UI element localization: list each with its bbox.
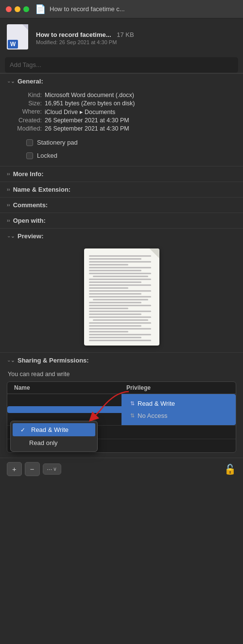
size-row: Size: 16,951 bytes (Zero bytes on disk): [7, 100, 236, 107]
permissions-table: Name Privilege ✓ Read & Write Read on: [7, 381, 236, 453]
file-info: How to record facetime... 17 KB Modified…: [36, 31, 236, 45]
permissions-rows: ✓ Read & Write Read only ⇅ Read & Write: [7, 394, 236, 452]
preview-line: [89, 331, 128, 332]
general-content: Kind: Microsoft Word document (.docx) Si…: [0, 89, 243, 166]
can-readwrite: You can read and write: [7, 371, 236, 378]
tags-field[interactable]: Add Tags...: [5, 57, 238, 73]
locked-label: Locked: [37, 152, 57, 159]
window-controls: [6, 6, 29, 12]
name-ext-chevron: ›: [7, 187, 10, 192]
bottom-toolbar: + − ··· ∨ 🔓: [0, 458, 243, 480]
more-info-chevron: ›: [7, 171, 10, 177]
word-badge: W: [8, 40, 18, 49]
preview-line: [89, 328, 151, 330]
preview-section-header[interactable]: ⌄ Preview:: [0, 228, 243, 244]
comments-chevron: ›: [7, 202, 10, 208]
add-button[interactable]: +: [7, 462, 22, 476]
preview-line: [89, 340, 151, 341]
dropdown-item-label: Read & Write: [31, 426, 69, 433]
preview-document: [84, 248, 159, 346]
open-with-section-header[interactable]: › Open with:: [0, 213, 243, 228]
size-label: Size:: [7, 100, 42, 107]
stationery-pad-checkbox[interactable]: [26, 139, 33, 146]
file-icon-doc: W: [7, 24, 28, 50]
remove-button[interactable]: −: [25, 462, 40, 476]
preview-line: [89, 322, 151, 324]
preview-line: [89, 308, 128, 309]
title-bar: 📄 How to record facetime c...: [0, 0, 243, 18]
where-row: Where: iCloud Drive ▸ Documents: [7, 108, 236, 116]
stationery-pad-row: Stationery pad: [26, 137, 236, 148]
preview-line: [89, 334, 151, 335]
preview-line: [89, 305, 151, 306]
created-row: Created: 26 September 2021 at 4:30 PM: [7, 117, 236, 124]
locked-checkbox[interactable]: [26, 152, 33, 159]
kind-value: Microsoft Word document (.docx): [45, 92, 134, 99]
privilege-cell-empty: [122, 429, 236, 436]
modified-label: Modified:: [7, 125, 42, 132]
more-info-label: More Info:: [13, 170, 44, 178]
preview-line: [89, 316, 151, 318]
preview-line: [93, 319, 149, 321]
preview-line: [93, 299, 149, 300]
general-label: General:: [17, 78, 43, 85]
preview-label: Preview:: [17, 232, 43, 240]
preview-line: [89, 270, 141, 271]
created-value: 26 September 2021 at 4:30 PM: [45, 117, 129, 124]
general-chevron: ⌄: [7, 79, 15, 84]
window-title: How to record facetime c...: [50, 5, 125, 13]
preview-line: [89, 311, 151, 312]
privilege-read-write-label: Read & Write: [138, 400, 175, 407]
sharing-label: Sharing & Permissions:: [17, 357, 89, 364]
preview-lines: [84, 248, 159, 345]
preview-line: [89, 261, 151, 263]
dropdown-item-label: Read only: [29, 439, 58, 446]
tags-placeholder: Add Tags...: [10, 61, 41, 68]
sharing-content: You can read and write Name Privilege ✓ …: [0, 368, 243, 453]
preview-line: [89, 287, 128, 289]
file-header: W How to record facetime... 17 KB Modifi…: [0, 18, 243, 57]
name-ext-section-header[interactable]: › Name & Extension:: [0, 182, 243, 197]
preview-line: [89, 302, 141, 303]
preview-line: [89, 325, 141, 327]
sharing-section-header[interactable]: ⌄ Sharing & Permissions:: [0, 352, 243, 368]
preview-line: [89, 267, 151, 268]
privilege-cell-selected[interactable]: ⇅ Read & Write ⇅ No Access: [122, 394, 236, 425]
preview-line: [93, 276, 149, 277]
comments-label: Comments:: [13, 201, 48, 209]
preview-line: [89, 296, 151, 297]
kind-label: Kind:: [7, 92, 42, 99]
close-button[interactable]: [6, 6, 12, 12]
file-icon-wrap: W: [7, 24, 30, 51]
file-name: How to record facetime...: [36, 31, 111, 38]
open-with-label: Open with:: [13, 217, 46, 224]
preview-line: [89, 281, 141, 283]
comments-section-header[interactable]: › Comments:: [0, 197, 243, 213]
modified-row: Modified: 26 September 2021 at 4:30 PM: [7, 125, 236, 132]
locked-row: Locked: [26, 150, 236, 161]
preview-line: [89, 337, 141, 338]
created-label: Created:: [7, 117, 42, 124]
preview-line: [89, 279, 151, 280]
privilege-option-no-access[interactable]: ⇅ No Access: [126, 410, 231, 422]
minimize-button[interactable]: [15, 6, 20, 12]
preview-line: [89, 314, 141, 315]
lock-icon[interactable]: 🔓: [224, 463, 236, 475]
file-size: 17 KB: [117, 31, 134, 38]
checkmark-icon: ✓: [20, 427, 27, 433]
more-info-section-header[interactable]: › More Info:: [0, 166, 243, 182]
privilege-option-read-write[interactable]: ⇅ Read & Write: [126, 397, 231, 410]
open-with-chevron: ›: [7, 218, 10, 223]
size-value: 16,951 bytes (Zero bytes on disk): [45, 100, 135, 107]
preview-line: [89, 290, 151, 292]
preview-line: [89, 258, 141, 260]
more-options-button[interactable]: ··· ∨: [43, 463, 62, 475]
modified-value: 26 September 2021 at 4:30 PM: [45, 125, 129, 132]
preview-line: [89, 273, 151, 274]
where-value: iCloud Drive ▸ Documents: [45, 108, 115, 116]
preview-line: [89, 293, 141, 295]
dropdown-item-read-only[interactable]: Read only: [11, 436, 97, 449]
maximize-button[interactable]: [23, 6, 29, 12]
sharing-chevron: ⌄: [7, 358, 15, 363]
general-section-header[interactable]: ⌄ General:: [0, 73, 243, 89]
